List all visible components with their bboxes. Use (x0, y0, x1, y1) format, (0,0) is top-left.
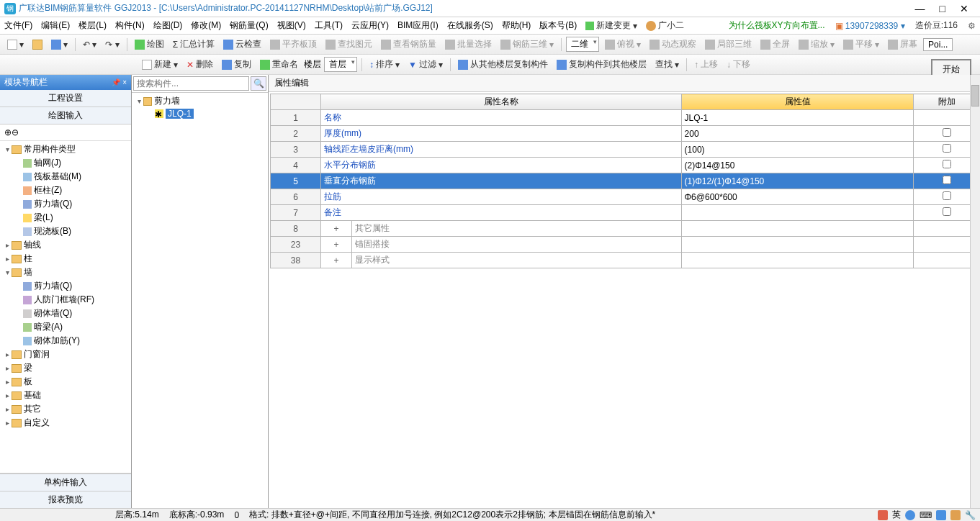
copy-from-floor-button[interactable]: 从其他楼层复制构件 (455, 57, 551, 72)
pan-button[interactable]: 平移 ▾ (840, 37, 882, 52)
extra-checkbox[interactable] (943, 160, 951, 168)
tree-wall-anliang[interactable]: 暗梁(A) (3, 320, 128, 334)
close-button[interactable]: ✕ (960, 3, 968, 14)
prop-row[interactable]: 5垂直分布钢筋(1)Φ12/(1)Φ14@150 (271, 173, 980, 189)
tree-shearwall[interactable]: 剪力墙(Q) (3, 197, 128, 211)
sum-calc-button[interactable]: Σ 汇总计算 (170, 37, 217, 52)
tray-icon-4[interactable] (936, 510, 946, 520)
prop-row[interactable]: 8+其它属性 (271, 221, 980, 237)
maximize-button[interactable]: □ (940, 3, 945, 14)
save-button[interactable]: ▾ (48, 38, 71, 51)
tree-wall[interactable]: ▾墙 (3, 266, 128, 279)
batch-select-button[interactable]: 批量选择 (442, 37, 495, 52)
promo-link[interactable]: 为什么筏板XY方向布置... (729, 19, 825, 32)
move-up-button[interactable]: ↑ 上移 (691, 57, 721, 72)
undo-button[interactable]: ↶ ▾ (80, 38, 99, 51)
menu-edit[interactable]: 编辑(E) (41, 19, 70, 32)
tree-wall-reinforce[interactable]: 砌体加筋(Y) (3, 334, 128, 348)
rename-button[interactable]: 重命名 (257, 57, 301, 72)
new-change-button[interactable]: 新建变更 ▾ (585, 19, 637, 32)
draw-button[interactable]: 绘图 (132, 37, 167, 52)
mid-node-jlq1[interactable]: ✱JLQ-1 (135, 108, 265, 119)
menu-component[interactable]: 构件(N) (115, 19, 145, 32)
menu-draw[interactable]: 绘图(D) (153, 19, 183, 32)
find-button[interactable]: 查找 ▾ (652, 57, 682, 72)
copy-to-floor-button[interactable]: 复制构件到其他楼层 (554, 57, 649, 72)
menu-view[interactable]: 视图(V) (277, 19, 306, 32)
new-component-button[interactable]: 新建 ▾ (139, 57, 181, 72)
extra-checkbox[interactable] (943, 176, 951, 184)
fullscreen-button[interactable]: 全屏 (758, 37, 793, 52)
nav-single-input[interactable]: 单构件输入 (0, 474, 131, 491)
tree-wall-masonry[interactable]: 砌体墙(Q) (3, 307, 128, 320)
menu-file[interactable]: 文件(F) (4, 19, 32, 32)
zoom-button[interactable]: 缩放 ▾ (796, 37, 837, 52)
nav-draw-input[interactable]: 绘图输入 (0, 107, 131, 124)
tree-wall-shear[interactable]: 剪力墙(Q) (3, 279, 128, 293)
prop-row[interactable]: 3轴线距左墙皮距离(mm)(100) (271, 142, 980, 158)
tree-column[interactable]: ▸柱 (3, 252, 128, 266)
tree-slab[interactable]: 现浇板(B) (3, 225, 128, 238)
tree-axisgrid[interactable]: 轴网(J) (3, 156, 128, 170)
tree-framecol[interactable]: 框柱(Z) (3, 184, 128, 197)
new-file-button[interactable]: ▾ (4, 38, 27, 51)
tree-other[interactable]: ▸其它 (3, 402, 128, 416)
tree-custom[interactable]: ▸自定义 (3, 416, 128, 430)
tray-icon-1[interactable] (878, 510, 888, 520)
menu-rebar[interactable]: 钢筋量(Q) (230, 19, 268, 32)
tray-icon-2[interactable] (905, 510, 915, 520)
extra-checkbox[interactable] (943, 207, 951, 216)
view-rebar-button[interactable]: 查看钢筋量 (378, 37, 439, 52)
menu-bim[interactable]: BIM应用(I) (397, 19, 439, 32)
menu-modify[interactable]: 修改(M) (191, 19, 221, 32)
prop-row[interactable]: 1名称JLQ-1 (271, 110, 980, 126)
minimize-button[interactable]: — (915, 3, 925, 14)
tree-slab2[interactable]: ▸板 (3, 375, 128, 389)
sort-button[interactable]: ↕ 排序 ▾ (367, 57, 403, 72)
menu-online[interactable]: 在线服务(S) (447, 19, 493, 32)
mid-root[interactable]: ▾剪力墙 (135, 94, 265, 108)
menu-version[interactable]: 版本号(B) (539, 19, 577, 32)
prop-row[interactable]: 4水平分布钢筋(2)Φ14@150 (271, 158, 980, 173)
tree-common[interactable]: ▾常用构件类型 (3, 142, 128, 156)
nav-report-preview[interactable]: 报表预览 (0, 491, 131, 508)
redo-button[interactable]: ↷ ▾ (102, 38, 122, 51)
local-3d-button[interactable]: 局部三维 (702, 37, 755, 52)
prop-row[interactable]: 6拉筋Φ6@600*600 (271, 189, 980, 205)
tray-icon-6[interactable]: 🔧 (965, 510, 976, 520)
poi-box[interactable]: Poi... (923, 38, 953, 51)
extra-checkbox[interactable] (943, 191, 951, 200)
tree-beam2[interactable]: ▸梁 (3, 361, 128, 375)
view-mode-combo[interactable]: 二维 (566, 37, 599, 52)
floor-combo[interactable]: 首层 (324, 57, 357, 72)
move-down-button[interactable]: ↓ 下移 (724, 57, 753, 72)
tray-icon-3[interactable]: ⌨ (920, 510, 932, 520)
tree-raft[interactable]: 筏板基础(M) (3, 170, 128, 184)
filter-button[interactable]: ▼ 过滤 ▾ (405, 57, 446, 72)
find-graph-button[interactable]: 查找图元 (323, 37, 375, 52)
tree-doorwin[interactable]: ▸门窗洞 (3, 348, 128, 361)
search-input[interactable] (133, 76, 249, 91)
search-button[interactable]: 🔍 (251, 76, 266, 91)
menu-cloud[interactable]: 云应用(Y) (351, 19, 389, 32)
prop-row[interactable]: 38+显示样式 (271, 253, 980, 268)
menu-help[interactable]: 帮助(H) (502, 19, 531, 32)
expand-icon[interactable]: ⊕⊖ (4, 127, 19, 137)
open-file-button[interactable] (30, 38, 45, 51)
phone-link[interactable]: ▣ 13907298339 ▾ (835, 21, 905, 31)
cloud-check-button[interactable]: 云检查 (220, 37, 264, 52)
tree-beam[interactable]: 梁(L) (3, 211, 128, 225)
prop-row[interactable]: 23+锚固搭接 (271, 237, 980, 253)
tree-wall-rf[interactable]: 人防门框墙(RF) (3, 293, 128, 307)
extra-checkbox[interactable] (943, 128, 951, 137)
tree-foundation[interactable]: ▸基础 (3, 389, 128, 402)
flat-slab-button[interactable]: 平齐板顶 (267, 37, 320, 52)
bird-view-button[interactable]: 俯视 ▾ (602, 37, 644, 52)
ime-label[interactable]: 英 (892, 509, 901, 521)
gx-user[interactable]: 广小二 (646, 19, 684, 32)
prop-row[interactable]: 2厚度(mm)200 (271, 126, 980, 142)
tray-icon-5[interactable] (950, 510, 961, 520)
nav-project-settings[interactable]: 工程设置 (0, 90, 131, 107)
dynamic-view-button[interactable]: 动态观察 (647, 37, 699, 52)
pin-icon[interactable]: 📌 × (112, 78, 127, 86)
